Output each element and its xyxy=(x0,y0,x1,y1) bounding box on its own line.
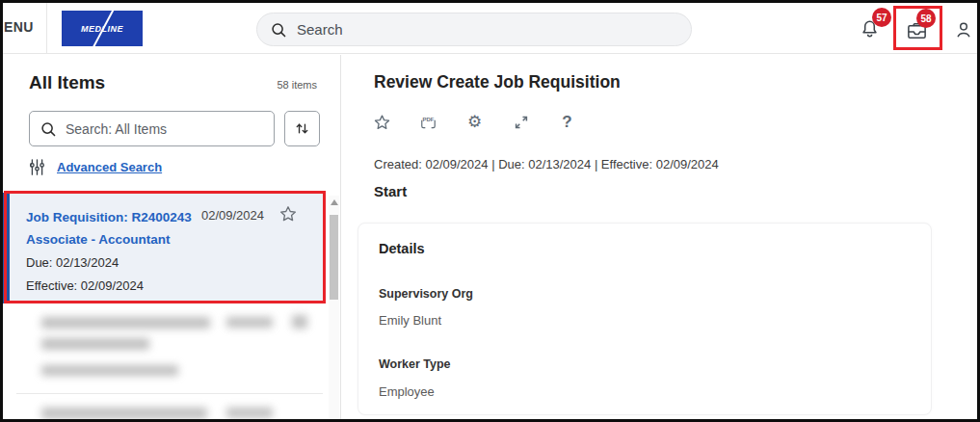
selected-indicator-bar xyxy=(3,193,10,303)
menu-button[interactable]: ENU xyxy=(4,19,34,35)
item-date: 02/09/2024 xyxy=(201,208,264,223)
field-value-supervisory-org: Emily Blunt xyxy=(379,313,441,328)
advanced-search-link[interactable]: Advanced Search xyxy=(57,160,162,174)
item-title-link[interactable]: Job Requisition: R2400243 Associate - Ac… xyxy=(26,206,214,251)
scrollbar-up-arrow[interactable] xyxy=(331,199,338,205)
scrollbar-thumb[interactable] xyxy=(330,215,338,300)
items-search-box[interactable] xyxy=(29,111,275,146)
search-icon xyxy=(270,21,287,39)
notifications-badge: 57 xyxy=(872,8,891,27)
topbar-divider xyxy=(46,3,47,54)
field-value-worker-type: Employee xyxy=(379,384,435,399)
details-heading: Details xyxy=(379,241,425,256)
task-meta-dates: Created: 02/09/2024 | Due: 02/13/2024 | … xyxy=(374,157,719,171)
task-title: Review Create Job Requisition xyxy=(374,72,621,92)
items-search-input[interactable] xyxy=(66,121,264,137)
medline-logo[interactable]: MEDLINE xyxy=(62,11,143,46)
app-window: ENU MEDLINE 57 58 xyxy=(0,0,980,422)
favorite-star-icon[interactable] xyxy=(373,113,391,131)
list-scrollbar[interactable] xyxy=(329,196,339,419)
profile-icon[interactable] xyxy=(953,19,974,43)
field-label-worker-type: Worker Type xyxy=(379,357,451,371)
task-detail-panel: Review Create Job Requisition PDF ⚙ ? Cr… xyxy=(341,55,980,419)
item-due-date: Due: 02/13/2024 xyxy=(26,255,119,270)
list-divider xyxy=(16,393,323,394)
inbox-items-panel: All Items 58 items Advanced Search xyxy=(3,55,340,419)
export-pdf-icon[interactable]: PDF xyxy=(419,113,437,131)
top-bar: ENU MEDLINE 57 58 xyxy=(3,3,977,54)
svg-text:PDF: PDF xyxy=(423,116,435,121)
gear-icon[interactable]: ⚙ xyxy=(465,113,484,131)
field-label-supervisory-org: Supervisory Org xyxy=(379,287,473,301)
star-icon[interactable] xyxy=(278,204,298,227)
step-label: Start xyxy=(374,183,407,199)
sort-button[interactable] xyxy=(284,111,320,146)
list-item-selected[interactable]: Job Requisition: R2400243 Associate - Ac… xyxy=(3,193,324,303)
inbox-badge: 58 xyxy=(916,9,936,28)
global-search-bar[interactable] xyxy=(256,13,692,46)
search-icon xyxy=(40,120,57,138)
panel-title: All Items xyxy=(29,72,105,93)
logo-text: MEDLINE xyxy=(81,24,123,34)
global-search-input[interactable] xyxy=(297,21,678,38)
expand-fullscreen-icon[interactable] xyxy=(512,113,530,131)
filter-sliders-icon xyxy=(29,158,45,176)
item-effective-date: Effective: 02/09/2024 xyxy=(26,278,144,293)
details-card: Details Supervisory Org Emily Blunt Work… xyxy=(358,223,932,415)
help-icon[interactable]: ? xyxy=(558,113,576,131)
items-count: 58 items xyxy=(277,79,317,91)
